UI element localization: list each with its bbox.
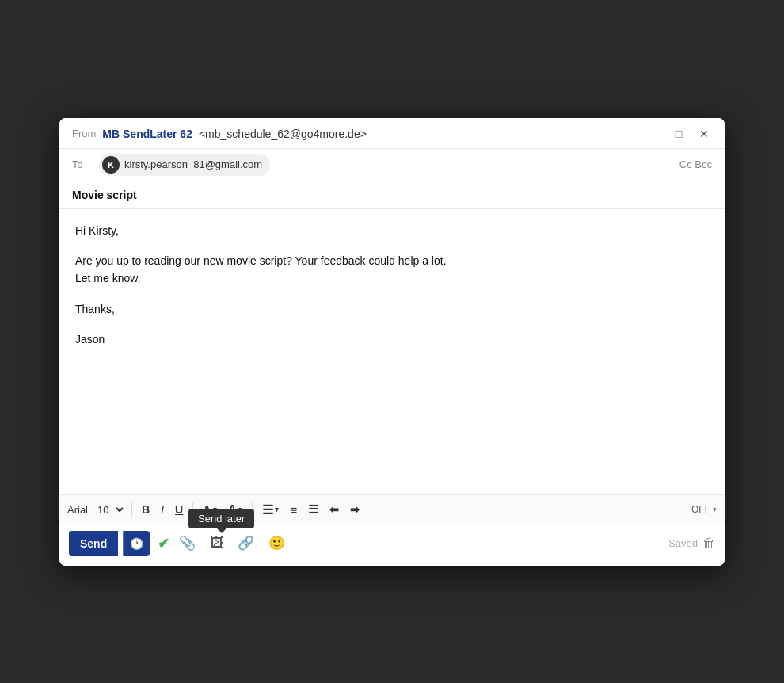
close-button[interactable]: ✕: [696, 126, 712, 142]
toolbar-separator-2: [192, 502, 193, 517]
emoji-icon: 🙂: [268, 536, 285, 551]
font-size-select[interactable]: 10 12 14: [94, 503, 126, 517]
align-button[interactable]: ☰ ▾: [258, 500, 283, 520]
attach-button[interactable]: 📎: [174, 532, 200, 555]
link-icon: 🔗: [238, 536, 254, 551]
highlight-dropdown-arrow: ▾: [238, 506, 242, 513]
recipient-chip[interactable]: K kirsty.pearson_81@gmail.com: [99, 154, 270, 176]
thanks-line: Thanks,: [75, 300, 709, 318]
action-row: Send later Send 🕐 ✔ 📎 🖼 🔗 🙂 Saved 🗑: [59, 525, 725, 566]
attach-icon: 📎: [179, 536, 196, 551]
maximize-button[interactable]: □: [671, 126, 687, 142]
send-schedule-button[interactable]: 🕐: [123, 531, 150, 556]
align-icon: ☰: [262, 502, 273, 517]
link-button[interactable]: 🔗: [233, 532, 259, 555]
delete-button[interactable]: 🗑: [702, 536, 715, 551]
align-dropdown-arrow: ▾: [275, 506, 279, 513]
toolbar-separator-3: [252, 502, 253, 517]
from-label: From: [72, 128, 96, 139]
subject-row: Movie script: [59, 181, 725, 208]
image-icon: 🖼: [210, 536, 223, 551]
formatting-toolbar: Arial 10 12 14 B I U A ▾ A ▾ ☰ ▾ ≡ ☰ ⬅: [59, 494, 725, 525]
checkmark-icon: ✔: [158, 536, 169, 551]
window-controls: — □ ✕: [645, 126, 712, 142]
off-dropdown-arrow: ▾: [713, 506, 717, 513]
signature: Jason: [75, 330, 709, 348]
underline-button[interactable]: U: [171, 501, 187, 518]
body-line3: Let me know.: [75, 272, 141, 284]
text-color-label: A: [203, 503, 211, 516]
text-color-dropdown-arrow: ▾: [213, 506, 217, 513]
saved-label: Saved: [668, 537, 698, 549]
to-label: To: [72, 158, 91, 170]
compose-window: From MB SendLater 62 <mb_schedule_62@go4…: [59, 118, 725, 566]
ol-icon: ≡: [290, 503, 297, 517]
unordered-list-button[interactable]: ☰: [304, 500, 322, 519]
indent-less-button[interactable]: ⬅: [325, 501, 343, 518]
cc-bcc-button[interactable]: Cc Bcc: [679, 158, 712, 170]
ul-icon: ☰: [308, 502, 318, 517]
sender-name: MB SendLater 62: [102, 128, 192, 140]
from-row: From MB SendLater 62 <mb_schedule_62@go4…: [72, 128, 367, 140]
emoji-button[interactable]: 🙂: [264, 532, 290, 555]
image-button[interactable]: 🖼: [205, 532, 228, 555]
ordered-list-button[interactable]: ≡: [286, 501, 301, 519]
indent-more-button[interactable]: ➡: [346, 501, 363, 518]
avatar: K: [102, 156, 120, 174]
clock-icon: 🕐: [130, 537, 143, 550]
text-color-button[interactable]: A ▾: [199, 501, 221, 518]
body-paragraph: Are you up to reading our new movie scri…: [75, 252, 709, 288]
subject-text: Movie script: [72, 189, 137, 201]
highlight-label: A: [228, 502, 236, 517]
trash-icon: 🗑: [702, 536, 715, 550]
email-body[interactable]: Hi Kirsty, Are you up to reading our new…: [59, 209, 725, 494]
minimize-button[interactable]: —: [645, 126, 661, 142]
off-label: OFF: [691, 504, 710, 515]
sender-email: <mb_schedule_62@go4more.de>: [199, 128, 367, 140]
send-button[interactable]: Send: [69, 531, 118, 556]
highlight-button[interactable]: A ▾: [224, 500, 246, 520]
font-name-label: Arial: [67, 504, 88, 516]
body-line2: Are you up to reading our new movie scri…: [75, 254, 447, 267]
titlebar: From MB SendLater 62 <mb_schedule_62@go4…: [59, 118, 725, 148]
send-label: Send: [80, 537, 107, 550]
italic-button[interactable]: I: [157, 501, 168, 518]
checkmark-button[interactable]: ✔: [158, 535, 169, 552]
toolbar-separator-1: [131, 502, 132, 517]
to-row: To K kirsty.pearson_81@gmail.com Cc Bcc: [59, 148, 725, 181]
bold-button[interactable]: B: [138, 501, 154, 518]
greeting: Hi Kirsty,: [75, 222, 709, 239]
off-toggle[interactable]: OFF ▾: [691, 504, 717, 515]
recipient-email: kirsty.pearson_81@gmail.com: [124, 158, 262, 170]
